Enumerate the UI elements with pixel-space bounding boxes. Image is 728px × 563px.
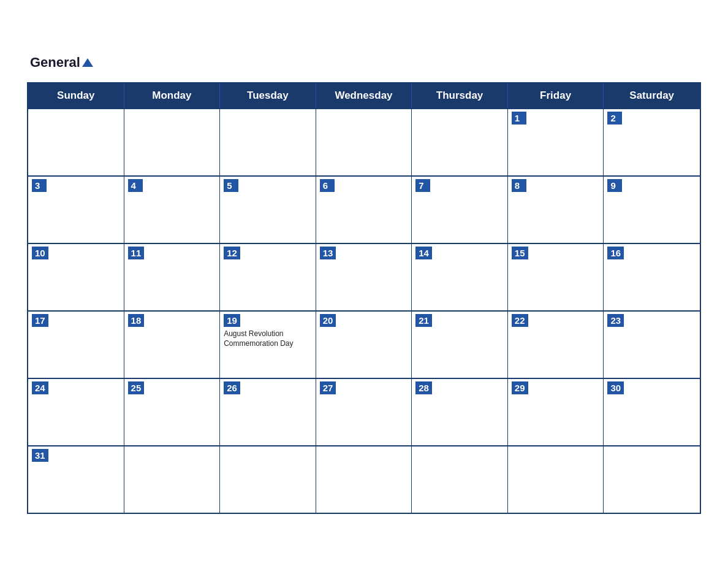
day-cell: 31 <box>28 446 124 513</box>
day-header-row: SundayMondayTuesdayWednesdayThursdayFrid… <box>28 83 700 108</box>
day-number-empty <box>415 449 430 451</box>
day-cell: 22 <box>508 312 604 378</box>
day-number: 22 <box>512 314 528 327</box>
day-header-tuesday: Tuesday <box>220 83 316 108</box>
day-cell: 9 <box>604 177 700 243</box>
day-cell: 8 <box>508 177 604 243</box>
day-number: 26 <box>224 381 240 394</box>
logo-line1: General <box>30 55 93 70</box>
day-number: 14 <box>415 247 432 259</box>
day-header-sunday: Sunday <box>28 83 124 108</box>
day-number: 10 <box>32 247 48 259</box>
day-cell <box>508 446 604 513</box>
day-number: 11 <box>128 247 145 259</box>
week-row-5: 24252627282930 <box>28 378 700 445</box>
day-cell <box>412 109 508 175</box>
day-number-empty <box>128 449 143 451</box>
day-number-empty <box>607 449 622 451</box>
day-cell: 6 <box>316 177 412 243</box>
day-cell <box>412 446 508 513</box>
day-cell: 19August Revolution Commemoration Day <box>220 312 316 378</box>
day-cell: 28 <box>412 379 508 445</box>
day-cell <box>220 446 316 513</box>
day-header-thursday: Thursday <box>412 83 508 108</box>
day-cell: 3 <box>28 177 124 243</box>
day-cell: 29 <box>508 379 604 445</box>
day-number: 20 <box>320 314 336 327</box>
week-row-2: 3456789 <box>28 175 700 243</box>
day-header-saturday: Saturday <box>604 83 700 108</box>
day-cell: 17 <box>28 312 124 378</box>
calendar-grid: SundayMondayTuesdayWednesdayThursdayFrid… <box>27 82 701 514</box>
day-number-empty <box>224 449 238 451</box>
day-number: 16 <box>607 247 624 259</box>
day-number-empty <box>320 449 335 451</box>
day-cell <box>124 109 221 175</box>
day-number: 30 <box>607 381 624 394</box>
day-number: 6 <box>320 179 335 192</box>
day-cell: 14 <box>412 244 508 310</box>
day-cell: 27 <box>316 379 412 445</box>
day-cell <box>124 446 221 513</box>
day-number: 29 <box>512 381 528 394</box>
day-number: 7 <box>415 179 430 192</box>
day-number: 28 <box>415 381 432 394</box>
week-row-1: 12 <box>28 108 700 175</box>
week-row-6: 31 <box>28 445 700 513</box>
day-number-empty <box>512 449 526 451</box>
day-cell <box>604 446 700 513</box>
day-number: 2 <box>607 112 622 124</box>
day-cell: 16 <box>604 244 700 310</box>
day-cell: 26 <box>220 379 316 445</box>
day-cell <box>220 109 316 175</box>
day-cell: 18 <box>124 312 221 378</box>
day-number: 5 <box>224 179 238 192</box>
logo-triangle-icon <box>82 58 93 67</box>
day-number: 8 <box>512 179 526 192</box>
day-cell: 23 <box>604 312 700 378</box>
day-cell: 21 <box>412 312 508 378</box>
day-cell <box>316 109 412 175</box>
day-number: 25 <box>128 381 145 394</box>
day-number: 31 <box>32 449 48 462</box>
day-number: 17 <box>32 314 48 327</box>
logo-general: General <box>30 55 80 70</box>
day-number-empty <box>415 112 430 114</box>
day-number: 1 <box>512 112 526 124</box>
day-number: 24 <box>32 381 48 394</box>
day-number: 3 <box>32 179 47 192</box>
day-cell <box>316 446 412 513</box>
day-number: 13 <box>320 247 336 259</box>
day-number: 23 <box>607 314 624 327</box>
day-number: 9 <box>607 179 622 192</box>
day-number: 12 <box>224 247 240 259</box>
day-cell: 30 <box>604 379 700 445</box>
event-label: August Revolution Commemoration Day <box>224 329 312 348</box>
day-number-empty <box>224 112 238 114</box>
day-cell: 7 <box>412 177 508 243</box>
day-cell: 13 <box>316 244 412 310</box>
weeks-container: 12345678910111213141516171819August Revo… <box>28 108 700 513</box>
day-cell: 24 <box>28 379 124 445</box>
week-row-3: 10111213141516 <box>28 243 700 310</box>
day-cell: 5 <box>220 177 316 243</box>
logo-area: General <box>30 55 93 70</box>
day-number: 4 <box>128 179 143 192</box>
day-cell: 2 <box>604 109 700 175</box>
day-number-empty <box>128 112 143 114</box>
day-cell: 25 <box>124 379 221 445</box>
day-number: 27 <box>320 381 336 394</box>
calendar-header: General <box>27 49 701 76</box>
day-cell: 20 <box>316 312 412 378</box>
day-number-empty <box>32 112 47 114</box>
calendar-container: General SundayMondayTuesdayWednesdayThur… <box>27 49 701 514</box>
day-number-empty <box>320 112 335 114</box>
day-header-monday: Monday <box>124 83 221 108</box>
day-number: 21 <box>415 314 432 327</box>
day-cell <box>28 109 124 175</box>
day-number: 18 <box>128 314 145 327</box>
day-cell: 1 <box>508 109 604 175</box>
week-row-4: 171819August Revolution Commemoration Da… <box>28 310 700 378</box>
day-cell: 4 <box>124 177 221 243</box>
day-header-wednesday: Wednesday <box>316 83 412 108</box>
